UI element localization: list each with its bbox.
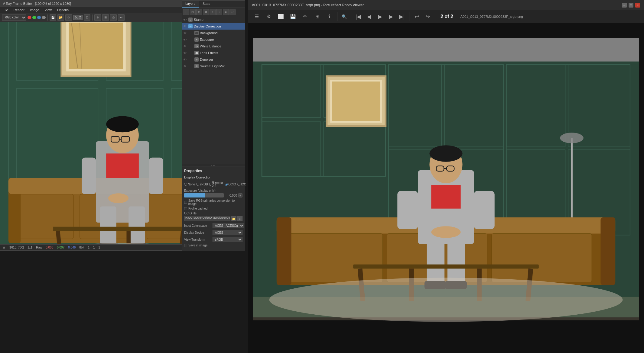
layer-icon-lens-effects: ⬤ bbox=[194, 51, 199, 55]
layer-item-lens-effects[interactable]: 👁 ⬤ Lens Effects bbox=[182, 50, 245, 56]
layer-visibility-white-balance[interactable]: 👁 bbox=[183, 44, 187, 48]
svg-rect-82 bbox=[431, 185, 460, 209]
pf-zoom-in-button[interactable]: 🔍 bbox=[340, 12, 348, 21]
save-rgb-row: Save RGB primaries conversion to image bbox=[184, 199, 242, 206]
radio-dot-gamma22 bbox=[209, 183, 212, 186]
ocio-path-input[interactable]: R:\LUTs\OpenColorIO_aces\OpenColorIO-C bbox=[184, 216, 230, 221]
layer-icon-display-correction: ✏ bbox=[188, 24, 193, 28]
profile-cached-checkbox[interactable] bbox=[184, 207, 187, 210]
properties-title: Properties bbox=[184, 169, 242, 173]
menu-image[interactable]: Image bbox=[29, 8, 41, 12]
color-mode-select[interactable]: RGB color bbox=[2, 14, 26, 21]
input-colorspace-select[interactable]: ACES - ACESCg bbox=[213, 223, 244, 228]
toolbar-separator-2 bbox=[92, 14, 93, 21]
pf-pen-button[interactable]: ✏ bbox=[300, 11, 311, 22]
pf-last-button[interactable]: ▶| bbox=[397, 12, 407, 21]
radio-ocio[interactable]: OCIO bbox=[225, 183, 236, 186]
display-device-label: Display Device bbox=[184, 231, 211, 234]
radio-label-ocio: OCIO bbox=[228, 183, 236, 186]
exposure-reset-button[interactable]: ⊡ bbox=[238, 193, 242, 197]
pf-first-button[interactable]: |◀ bbox=[353, 12, 363, 21]
zoom-control[interactable]: ⊡ bbox=[84, 14, 90, 21]
menu-render[interactable]: Render bbox=[12, 8, 26, 12]
pf-filename: A001_C013_0727MX.0000233F_srgb.png bbox=[457, 15, 641, 18]
save-rgb-checkbox[interactable] bbox=[184, 201, 187, 204]
pf-maximize-button[interactable]: □ bbox=[629, 3, 633, 8]
lut-button[interactable]: ⊛ bbox=[94, 14, 101, 21]
pf-next-button[interactable]: ▶ bbox=[386, 12, 396, 21]
pf-render-scene bbox=[248, 23, 644, 353]
pf-fit-button[interactable]: ⬜ bbox=[275, 11, 286, 22]
pf-settings-button[interactable]: ⚙ bbox=[263, 11, 274, 22]
svg-rect-78 bbox=[600, 217, 615, 285]
pf-close-button[interactable]: ✕ bbox=[635, 3, 640, 8]
lens-effects-button[interactable]: ◎ bbox=[110, 14, 117, 21]
save-all-button[interactable]: 📂 bbox=[57, 14, 64, 21]
layer-visibility-denoiser[interactable]: 👁 bbox=[183, 57, 187, 62]
layer-icon-white-balance: ◑ bbox=[194, 44, 199, 48]
panel-divider[interactable]: • • • bbox=[182, 164, 245, 166]
layer-label-denoiser: Denoiser bbox=[200, 58, 244, 61]
save-image-button[interactable]: 💾 bbox=[50, 14, 56, 21]
ch2: 1 bbox=[93, 246, 95, 249]
pf-play-button[interactable]: ▶ bbox=[375, 12, 385, 21]
svg-rect-67 bbox=[332, 82, 380, 121]
layer-visibility-lightmix[interactable]: 👁 bbox=[183, 64, 187, 68]
save-in-image-checkbox[interactable] bbox=[184, 244, 187, 245]
pf-image-counter: 2 of 2 bbox=[437, 14, 456, 19]
select-region-button[interactable]: ⊹ bbox=[65, 14, 72, 21]
menu-view[interactable]: View bbox=[43, 8, 53, 12]
svg-rect-49 bbox=[253, 38, 639, 62]
layers-list[interactable]: 👁 S Stamp 👁 ✏ Display Correction 👁 ⬛ Bac… bbox=[182, 22, 245, 164]
vray-title: V-Ray Frame Buffer - [100.0% of 1920 x 1… bbox=[3, 2, 71, 5]
blue-channel-indicator bbox=[37, 16, 41, 19]
size-display: 1x1 bbox=[28, 246, 32, 249]
layer-icon-lightmix: ⊞ bbox=[194, 64, 199, 68]
pf-grid-button[interactable]: ⊞ bbox=[312, 11, 323, 22]
pf-prev-button[interactable]: ◀ bbox=[364, 12, 374, 21]
display-device-select[interactable]: ACES bbox=[213, 230, 242, 235]
layer-visibility-lens-effects[interactable]: 👁 bbox=[183, 51, 187, 55]
ocio-browse-button[interactable]: 📁 bbox=[231, 216, 236, 221]
view-transform-select[interactable]: sRGB bbox=[213, 237, 242, 242]
svg-rect-31 bbox=[82, 158, 96, 194]
svg-rect-99 bbox=[253, 297, 639, 320]
pf-info-button[interactable]: ℹ bbox=[324, 11, 335, 22]
radio-gamma22[interactable]: Gamma 2.2 bbox=[209, 181, 224, 188]
pf-rotate-left-button[interactable]: ↩ bbox=[412, 12, 421, 21]
ocio-list-button[interactable]: ≡ bbox=[237, 216, 242, 221]
svg-rect-21 bbox=[12, 194, 73, 239]
menu-file[interactable]: File bbox=[2, 8, 9, 12]
layer-visibility-background[interactable]: 👁 bbox=[183, 31, 187, 35]
svg-rect-93 bbox=[353, 265, 539, 269]
history-button[interactable]: ↩ bbox=[118, 14, 125, 21]
layer-item-background[interactable]: 👁 ⬛ Background bbox=[182, 30, 245, 36]
render-region-button[interactable]: ⊞ bbox=[102, 14, 109, 21]
layer-item-denoiser[interactable]: 👁 ⊛ Denoiser bbox=[182, 56, 245, 63]
radio-srgb[interactable]: sRGB bbox=[196, 183, 208, 186]
pf-menu-button[interactable]: ☰ bbox=[251, 11, 262, 22]
alpha-channel-indicator bbox=[42, 16, 46, 19]
vray-window: V-Ray Frame Buffer - [100.0% of 1920 x 1… bbox=[0, 0, 245, 251]
view-transform-label: View Transform bbox=[184, 238, 211, 241]
layer-visibility-display-correction[interactable]: 👁 bbox=[183, 24, 187, 28]
exposure-slider[interactable] bbox=[184, 193, 224, 197]
pf-rotate-right-button[interactable]: ↪ bbox=[423, 12, 432, 21]
coords-display: ⊕ bbox=[3, 246, 5, 249]
zoom-level: 50.2 bbox=[73, 15, 83, 20]
layer-item-exposure[interactable]: 👁 ☀ Exposure bbox=[182, 36, 245, 43]
bit-depth: 8bit bbox=[79, 246, 84, 249]
layer-item-display-correction[interactable]: 👁 ✏ Display Correction bbox=[182, 23, 245, 30]
slider-thumb[interactable] bbox=[203, 193, 205, 197]
svg-rect-38 bbox=[128, 206, 145, 244]
pf-toolbar-separator-1 bbox=[337, 12, 337, 21]
menu-options[interactable]: Options bbox=[56, 8, 70, 12]
pf-save-button[interactable]: 💾 bbox=[288, 11, 298, 22]
layer-visibility-exposure[interactable]: 👁 bbox=[183, 37, 187, 42]
pf-minimize-button[interactable]: ─ bbox=[622, 3, 627, 8]
ocio-path-value: R:\LUTs\OpenColorIO_aces\OpenColorIO-C bbox=[185, 216, 230, 219]
layer-item-white-balance[interactable]: 👁 ◑ White Balance bbox=[182, 43, 245, 50]
radio-none[interactable]: None bbox=[184, 183, 195, 186]
layer-item-lightmix[interactable]: 👁 ⊞ Source: LightMix bbox=[182, 63, 245, 69]
radio-icc[interactable]: ICC bbox=[237, 183, 245, 186]
